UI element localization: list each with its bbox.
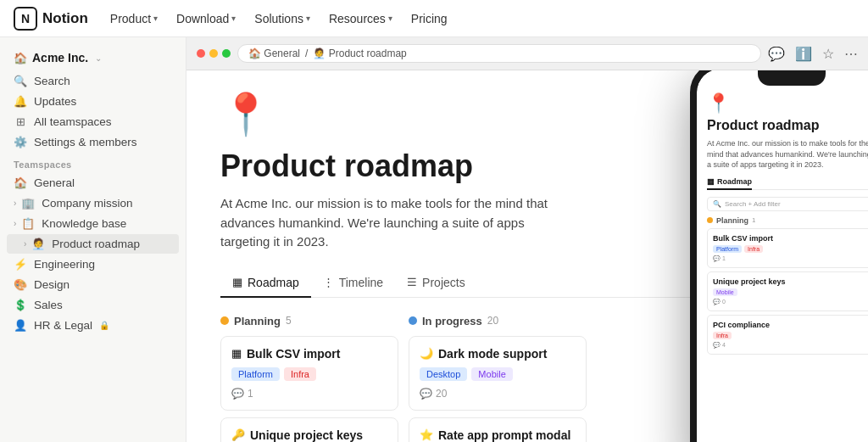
logo-icon: N bbox=[14, 7, 37, 31]
card-tags: Platform Infra bbox=[231, 367, 387, 381]
chevron-right-icon: › bbox=[14, 219, 16, 228]
browser-dots bbox=[197, 49, 231, 58]
comment-icon: 💬 bbox=[231, 388, 244, 400]
card-unique-project-keys[interactable]: 🔑 Unique project keys Mobile 💬 5 bbox=[220, 417, 398, 443]
card-footer: 💬 20 bbox=[420, 388, 576, 400]
info-icon[interactable]: ℹ️ bbox=[795, 46, 812, 62]
lock-icon: 🔒 bbox=[99, 321, 109, 330]
nav-pricing[interactable]: Pricing bbox=[403, 7, 456, 31]
sidebar-item-hr-legal[interactable]: 👤 HR & Legal 🔒 bbox=[7, 316, 179, 335]
card-title: Rate app prompt modal bbox=[438, 428, 570, 442]
phone-status-dot bbox=[707, 217, 713, 223]
sidebar-item-product-roadmap[interactable]: › 🧑‍💼 Product roadmap bbox=[7, 234, 179, 254]
phone-tab-roadmap[interactable]: ▦ Roadmap bbox=[707, 177, 752, 190]
tag-desktop: Desktop bbox=[420, 367, 467, 381]
tag-platform: Platform bbox=[231, 367, 280, 381]
tab-timeline[interactable]: ⋮ Timeline bbox=[311, 269, 395, 298]
card-rate-app-prompt-modal[interactable]: ⭐ Rate app prompt modal 💬 11 bbox=[409, 417, 587, 443]
phone-card-tags: Infra bbox=[713, 332, 868, 339]
phone-tag-platform: Platform bbox=[713, 245, 742, 253]
chat-icon[interactable]: 💬 bbox=[768, 46, 785, 62]
nav-download[interactable]: Download ▾ bbox=[168, 7, 244, 31]
phone-card-unique-keys[interactable]: Unique project keys Mobile 💬 0 bbox=[707, 271, 868, 311]
phone-card-bulk-csv[interactable]: Bulk CSV import Platform Infra 💬 1 bbox=[707, 228, 868, 268]
nav-solutions[interactable]: Solutions ▾ bbox=[246, 7, 319, 31]
browser-actions: 💬 ℹ️ ☆ ⋯ bbox=[768, 46, 858, 62]
phone-tabs: ▦ Roadmap bbox=[707, 177, 868, 190]
phone-search-bar[interactable]: 🔍 Search + Add filter bbox=[707, 197, 868, 211]
sidebar: 🏠 Acme Inc. ⌄ 🔍 Search 🔔 Updates ⊞ All t… bbox=[0, 37, 186, 442]
breadcrumb-home: 🏠 General bbox=[248, 48, 300, 59]
column-count-planning: 5 bbox=[286, 315, 292, 327]
minimize-dot[interactable] bbox=[209, 49, 218, 58]
home-icon: 🏠 bbox=[14, 52, 27, 64]
column-title-planning: Planning bbox=[234, 315, 281, 327]
main-layout: 🏠 Acme Inc. ⌄ 🔍 Search 🔔 Updates ⊞ All t… bbox=[0, 37, 868, 442]
nav-product[interactable]: Product ▾ bbox=[102, 7, 166, 31]
card-dark-mode-support[interactable]: 🌙 Dark mode support Desktop Mobile 💬 20 bbox=[409, 336, 587, 411]
chevron-down-icon: ⌄ bbox=[95, 53, 102, 63]
tab-roadmap[interactable]: ▦ Roadmap bbox=[220, 269, 311, 298]
lightning-icon: ⚡ bbox=[14, 258, 27, 271]
card-title: Unique project keys bbox=[250, 428, 363, 442]
comment-count: 1 bbox=[248, 388, 253, 400]
sidebar-item-search[interactable]: 🔍 Search bbox=[7, 71, 179, 91]
section-label-teamspaces: Teamspaces bbox=[7, 153, 179, 173]
top-nav: N Notion Product ▾ Download ▾ Solutions … bbox=[0, 0, 868, 37]
phone-content: 📍 Product roadmap At Acme Inc. our missi… bbox=[697, 86, 868, 365]
phone-screen: 📍 Product roadmap At Acme Inc. our missi… bbox=[697, 70, 868, 442]
person-icon: 👤 bbox=[14, 319, 27, 332]
close-dot[interactable] bbox=[197, 49, 205, 58]
chevron-down-icon: ▾ bbox=[231, 14, 236, 23]
sidebar-item-knowledge-base[interactable]: › 📋 Knowledge base bbox=[7, 214, 179, 233]
column-count-in-progress: 20 bbox=[487, 315, 498, 327]
star-icon: ⭐ bbox=[420, 428, 433, 441]
palette-icon: 🎨 bbox=[14, 278, 27, 291]
phone-title: Product roadmap bbox=[707, 118, 868, 133]
phone-card-title: Unique project keys bbox=[713, 277, 868, 286]
grid-icon: ▦ bbox=[232, 276, 242, 288]
sidebar-item-company-mission[interactable]: › 🏢 Company mission bbox=[7, 193, 179, 213]
column-header-in-progress: In progress 20 bbox=[409, 315, 587, 327]
phone-mockup: 📍 Product roadmap At Acme Inc. our missi… bbox=[690, 70, 868, 442]
home-icon: 🏠 bbox=[14, 176, 27, 189]
kanban-column-in-progress: In progress 20 🌙 Dark mode support Deskt… bbox=[409, 315, 587, 443]
phone-col-count: 1 bbox=[752, 216, 755, 224]
phone-page-icon: 📍 bbox=[707, 92, 868, 115]
phone-notch bbox=[758, 70, 826, 86]
search-icon: 🔍 bbox=[713, 200, 721, 208]
tag-infra: Infra bbox=[284, 367, 316, 381]
sidebar-item-all-teamspaces[interactable]: ⊞ All teamspaces bbox=[7, 112, 179, 131]
tab-projects[interactable]: ☰ Projects bbox=[395, 269, 477, 298]
workspace-header[interactable]: 🏠 Acme Inc. ⌄ bbox=[7, 48, 179, 68]
sidebar-item-general[interactable]: 🏠 General bbox=[7, 173, 179, 193]
bell-icon: 🔔 bbox=[14, 95, 27, 108]
logo[interactable]: N Notion bbox=[14, 7, 88, 31]
comment-count: 20 bbox=[436, 388, 447, 400]
breadcrumb-page: 🧑‍💼 Product roadmap bbox=[313, 48, 406, 59]
sidebar-item-engineering[interactable]: ⚡ Engineering bbox=[7, 255, 179, 274]
card-bulk-csv-import[interactable]: ▦ Bulk CSV import Platform Infra 💬 1 bbox=[220, 336, 398, 411]
maximize-dot[interactable] bbox=[222, 49, 231, 58]
phone-col-header: Planning 1 bbox=[707, 216, 868, 225]
browser-address-bar[interactable]: 🏠 General / 🧑‍💼 Product roadmap bbox=[237, 44, 761, 63]
sidebar-item-sales[interactable]: 💲 Sales bbox=[7, 295, 179, 315]
sidebar-item-updates[interactable]: 🔔 Updates bbox=[7, 92, 179, 111]
comment-icon: 💬 bbox=[420, 388, 432, 400]
sidebar-item-settings[interactable]: ⚙️ Settings & members bbox=[7, 132, 179, 152]
nav-resources[interactable]: Resources ▾ bbox=[320, 7, 401, 31]
phone-card-tags: Platform Infra bbox=[713, 245, 868, 253]
workspace-name: Acme Inc. bbox=[32, 51, 88, 64]
timeline-icon: ⋮ bbox=[323, 276, 334, 288]
brand-name: Notion bbox=[42, 10, 88, 27]
chevron-down-icon: ▾ bbox=[388, 14, 392, 23]
phone-card-pci[interactable]: PCI compliance Infra 💬 4 bbox=[707, 315, 868, 355]
nav-links: Product ▾ Download ▾ Solutions ▾ Resourc… bbox=[102, 7, 456, 31]
phone-col-title: Planning bbox=[716, 216, 748, 225]
star-icon[interactable]: ☆ bbox=[822, 46, 834, 62]
sidebar-item-design[interactable]: 🎨 Design bbox=[7, 275, 179, 294]
column-title-in-progress: In progress bbox=[422, 315, 482, 327]
more-icon[interactable]: ⋯ bbox=[844, 46, 858, 62]
kanban-column-planning: Planning 5 ▦ Bulk CSV import Platform In… bbox=[220, 315, 398, 443]
grid-icon: ▦ bbox=[231, 347, 242, 360]
